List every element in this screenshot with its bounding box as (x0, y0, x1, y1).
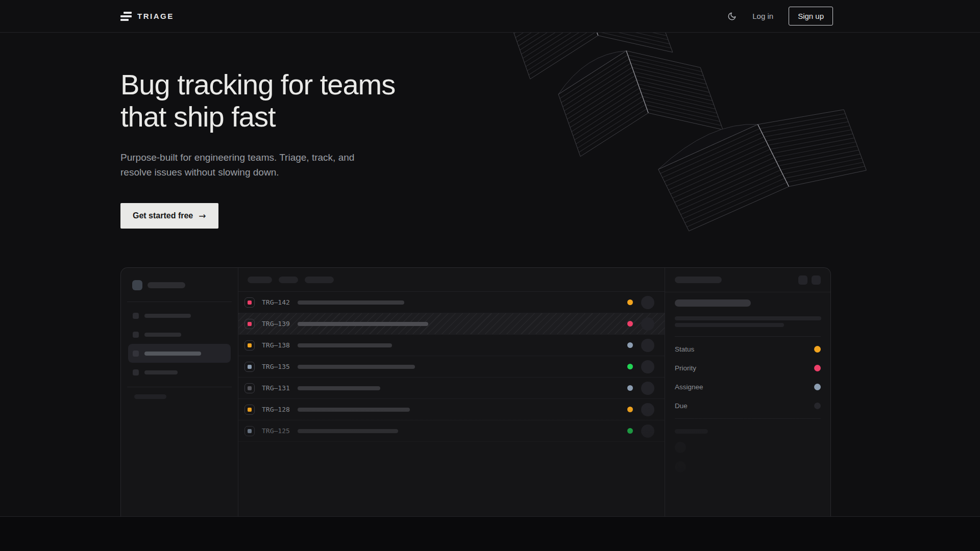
issue-title-skeleton (675, 299, 751, 307)
issue-title-skeleton (298, 300, 404, 305)
field-value-dot (814, 346, 821, 353)
field-label: Priority (675, 364, 696, 372)
issue-row[interactable]: TRG–142 (238, 292, 665, 313)
issue-assignee-avatar (641, 317, 654, 331)
issue-description-skeleton (675, 316, 821, 320)
issue-priority-icon (244, 362, 255, 372)
get-started-button[interactable]: Get started free → (120, 203, 218, 229)
issue-row[interactable]: TRG–128 (238, 399, 665, 420)
issue-title-skeleton (298, 429, 398, 433)
panel-divider (675, 336, 821, 337)
issue-status-dot (627, 364, 633, 369)
issue-status-dot (627, 385, 633, 391)
issue-priority-icon (244, 383, 255, 393)
issue-list-header (238, 268, 665, 292)
issue-id: TRG–128 (262, 406, 292, 413)
panel-header (665, 268, 830, 292)
field-label: Due (675, 402, 688, 410)
sidebar-item-icon (133, 313, 139, 319)
sidebar-item-icon (133, 369, 139, 375)
issue-priority-icon (244, 297, 255, 308)
brand-name: TRIAGE (137, 12, 174, 20)
comment-avatar-skeleton (675, 442, 686, 453)
issue-priority-icon (244, 340, 255, 350)
issue-row[interactable]: TRG–138 (238, 335, 665, 356)
issue-title-skeleton (298, 365, 415, 369)
panel-action-button[interactable] (798, 276, 807, 285)
sidebar-section-label-skeleton (134, 394, 166, 399)
issue-row[interactable]: TRG–135 (238, 356, 665, 378)
issue-list: TRG–142 TRG–139 TRG–138 TRG–135 TRG–131 … (238, 268, 665, 517)
sidebar-item[interactable] (128, 363, 231, 382)
brand-logo[interactable]: TRIAGE (120, 12, 174, 21)
theme-toggle-moon-icon[interactable] (727, 11, 737, 21)
activity-label-skeleton (675, 429, 708, 434)
detail-field-row: Status (675, 340, 821, 359)
detail-field-row: Due (675, 396, 821, 415)
sidebar-item-label-skeleton (144, 314, 191, 318)
field-label: Status (675, 345, 694, 353)
issue-title-skeleton (298, 322, 428, 326)
issue-priority-icon (244, 319, 255, 329)
sidebar-item-icon (133, 332, 139, 338)
issue-status-dot (627, 321, 633, 327)
issue-priority-icon (244, 426, 255, 436)
hero-heading: Bug tracking for teamsthat ship fast (120, 68, 980, 133)
triage-bars-icon (120, 12, 132, 21)
sidebar-nav (121, 306, 238, 382)
mockup-sidebar (121, 268, 238, 517)
issue-id: TRG–131 (262, 384, 292, 392)
workspace-avatar (132, 280, 142, 290)
sidebar-divider (127, 387, 232, 387)
issue-row[interactable]: TRG–131 (238, 378, 665, 399)
issue-assignee-avatar (641, 403, 654, 416)
issue-row[interactable]: TRG–139 (238, 313, 665, 335)
issue-status-dot (627, 407, 633, 412)
issue-status-dot (627, 299, 633, 305)
nav-actions: Log in Sign up (727, 7, 833, 26)
issue-assignee-avatar (641, 339, 654, 352)
sidebar-item-icon (133, 350, 139, 357)
hero-section: Bug tracking for teamsthat ship fast Pur… (0, 33, 980, 517)
login-link[interactable]: Log in (752, 12, 773, 20)
field-value-dot (814, 403, 821, 409)
sidebar-item[interactable] (128, 344, 231, 363)
arrow-right-icon: → (199, 211, 206, 221)
panel-action-button[interactable] (812, 276, 821, 285)
issue-title-skeleton (298, 343, 392, 347)
issue-id: TRG–142 (262, 298, 292, 306)
issue-assignee-avatar (641, 296, 654, 309)
issue-assignee-avatar (641, 424, 654, 438)
list-tab-skeleton[interactable] (248, 277, 272, 283)
issue-description-skeleton (675, 323, 784, 327)
sidebar-item-label-skeleton (144, 352, 201, 356)
issue-status-dot (627, 342, 633, 348)
app-preview-card: TRG–142 TRG–139 TRG–138 TRG–135 TRG–131 … (120, 267, 831, 517)
issue-row[interactable]: TRG–125 (238, 420, 665, 442)
sidebar-item[interactable] (128, 325, 231, 344)
sidebar-item-label-skeleton (144, 333, 181, 337)
list-tab-skeleton[interactable] (305, 277, 334, 283)
sidebar-item[interactable] (128, 306, 231, 325)
issue-id: TRG–138 (262, 341, 292, 349)
issue-assignee-avatar (641, 360, 654, 373)
detail-field-row: Priority (675, 359, 821, 378)
workspace-switcher[interactable] (132, 280, 238, 290)
sidebar-divider (127, 302, 232, 302)
issue-id: TRG–135 (262, 363, 292, 370)
signup-button[interactable]: Sign up (789, 7, 833, 26)
detail-field-row: Assignee (675, 378, 821, 396)
workspace-name-skeleton (148, 282, 185, 288)
list-tab-skeleton[interactable] (279, 277, 298, 283)
issue-status-dot (627, 428, 633, 434)
issue-priority-icon (244, 405, 255, 415)
panel-title-skeleton (675, 277, 722, 283)
field-value-dot (814, 365, 821, 371)
top-nav: TRIAGE Log in Sign up (0, 0, 980, 33)
field-value-dot (814, 384, 821, 390)
panel-divider (675, 418, 821, 419)
issue-id: TRG–139 (262, 320, 292, 328)
issue-title-skeleton (298, 386, 380, 390)
issue-detail-panel: Status Priority Assignee Due (665, 268, 830, 517)
comment-avatar-skeleton (675, 461, 686, 472)
